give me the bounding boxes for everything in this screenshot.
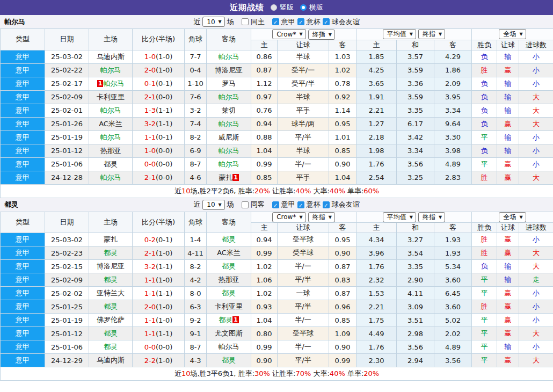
crow-handicap-cell: 平/半 [278,300,329,314]
final-odds-value: 终指 [312,30,325,39]
match-row: 意甲25-02-09卡利亚里2-1(0-0)7-6帕尔马0.97半球0.921.… [1,90,553,104]
avg-away-odds-cell: 3.34 [434,104,472,117]
col-score: 比分(半场) [133,29,185,50]
date-cell: 25-01-19 [45,314,89,327]
crow-handicap-cell: 半球 [278,144,329,157]
crow-home-odds-cell: 1.04 [251,314,278,327]
final-odds-select[interactable]: 终指▼ [308,212,335,222]
winloss-result-cell: 平 [472,287,497,300]
score-cell: 2-0(1-0) [133,300,185,314]
handicap-result-cell: 输 [497,90,519,104]
home-team-cell: 都灵 [89,327,133,340]
score-cell: 2-1(0-0) [133,171,185,184]
col-type: 类型 [1,212,45,233]
league-serie-a-checkbox[interactable]: ✓ [272,201,279,208]
avg-away-odds-cell: 3.30 [434,130,472,144]
date-cell: 25-02-09 [45,273,89,287]
corner-cell: 1-4 [185,233,207,246]
date-cell: 25-01-12 [45,144,89,157]
full-match-select[interactable]: 全场▼ [499,212,526,222]
date-cell: 25-03-02 [45,233,89,246]
crow-home-odds-cell: 1.02 [251,260,278,273]
col-date: 日期 [45,212,89,233]
score-cell: 1-1(1-0) [133,314,185,327]
league-friendly-checkbox[interactable]: ✓ [323,201,330,208]
col-goals: 进球数 [519,40,553,50]
same-venue-checkbox[interactable] [242,201,249,208]
crow-away-odds-cell: 0.87 [329,287,356,300]
avg-draw-odds-cell: 3.35 [397,104,434,117]
league-serie-a-label: 意甲 [281,200,295,209]
col-avg-home: 主 [356,223,397,233]
home-team-cell: 都灵 [89,246,133,260]
league-cup-checkbox[interactable]: ✓ [297,18,304,25]
league-cell: 意甲 [1,327,45,340]
league-serie-a-checkbox[interactable]: ✓ [272,18,279,25]
layout-option-horizontal[interactable]: 横版 [300,3,323,12]
col-home: 主场 [89,29,133,50]
away-team-cell: 卡利亚里 [207,300,251,314]
final-odds-select[interactable]: 终指▼ [308,30,335,40]
bookmaker-select[interactable]: Crow*▼ [272,212,305,222]
avg-draw-odds-cell: 3.09 [397,300,434,314]
chevron-down-icon: ▼ [439,32,442,37]
away-team-cell: 莱切 [207,104,251,117]
avg-away-odds-cell: 2.09 [434,77,472,90]
final-odds-select-2[interactable]: 终指▼ [418,212,445,222]
league-cup-checkbox[interactable]: ✓ [297,201,304,208]
league-cup-label: 意杯 [307,200,321,209]
vertical-radio[interactable] [271,4,277,11]
col-winloss: 胜负 [472,40,497,50]
crow-home-odds-cell: 0.76 [251,104,278,117]
avg-home-odds-cell: 2.21 [356,104,397,117]
avg-home-odds-cell: 2.32 [356,273,397,287]
score-cell: 0-1(0-1) [133,77,185,90]
bookmaker-select[interactable]: Crow*▼ [272,29,305,39]
match-count-select[interactable]: 10▼ [202,200,224,210]
chevron-down-icon: ▼ [219,19,222,24]
match-row: 意甲25-02-09都灵1-1(1-0)4-2热那亚1.06平/半0.832.3… [1,273,553,287]
final-odds-select-2[interactable]: 终指▼ [418,29,445,39]
score-cell: 1-0(1-0) [133,50,185,63]
average-select[interactable]: 平均值▼ [383,29,416,39]
corner-cell: 6-3 [185,300,207,314]
corner-cell: 8-2 [185,130,207,144]
league-friendly-checkbox[interactable]: ✓ [323,18,330,25]
horizontal-radio[interactable] [300,4,307,11]
league-cell: 意甲 [1,354,45,367]
crow-handicap-cell: 受平/半 [278,77,329,90]
average-select[interactable]: 平均值▼ [383,212,416,222]
team-name: 帕尔马 [4,17,25,27]
crow-away-odds-cell: 1.09 [329,327,356,340]
match-count-select[interactable]: 10▼ [202,17,224,27]
avg-home-odds-cell: 4.34 [356,233,397,246]
match-row: 意甲25-02-01帕尔马1-3(1-1)3-2莱切0.76平手1.142.21… [1,104,553,117]
full-match-value: 全场 [503,213,516,222]
score-cell: 2-2(1-0) [133,354,185,367]
col-handicap-result: 让球 [497,40,519,50]
summary-text: 近10场,胜3平6负1, 胜率:30% 让胜率:70% 大率:40% 单率:20… [1,367,553,381]
goals-result-cell: 大 [519,171,553,184]
results-body: 意甲25-03-02蒙扎0-2(0-1)1-4都灵0.94受半球0.954.34… [1,233,553,367]
bookmaker-value: Crow* [276,213,296,221]
layout-option-vertical[interactable]: 竖版 [271,3,294,12]
same-venue-checkbox[interactable] [242,18,249,25]
full-match-select[interactable]: 全场▼ [499,29,526,39]
avg-away-odds-cell: 5.02 [434,314,472,327]
crow-home-odds-cell: 1.12 [251,77,278,90]
match-row: 意甲25-02-22帕尔马2-0(1-0)0-4博洛尼亚0.87受半/一1.02… [1,63,553,77]
goals-result-cell: 小 [519,130,553,144]
corner-cell: 7-6 [185,90,207,104]
score-cell: 1-1(1-1) [133,327,185,340]
match-row: 意甲25-01-19帕尔马1-1(0-1)8-2威尼斯0.88平/半1.012.… [1,130,553,144]
match-row: 意甲25-02-171帕尔马0-1(0-1)1-10罗马1.12受平/半0.78… [1,77,553,90]
away-team-cell: 帕尔马 [207,144,251,157]
col-goals: 进球数 [519,223,553,233]
summary-row: 近10场,胜2平2负6, 胜率:20% 让胜率:40% 大率:40% 单率:60… [1,184,553,198]
handicap-result-cell: 输 [497,260,519,273]
crow-handicap-cell: 半球 [278,90,329,104]
crow-home-odds-cell: 0.94 [251,233,278,246]
league-cell: 意甲 [1,77,45,90]
handicap-result-cell: 赢 [497,300,519,314]
final-odds-value-2: 终指 [423,30,435,39]
